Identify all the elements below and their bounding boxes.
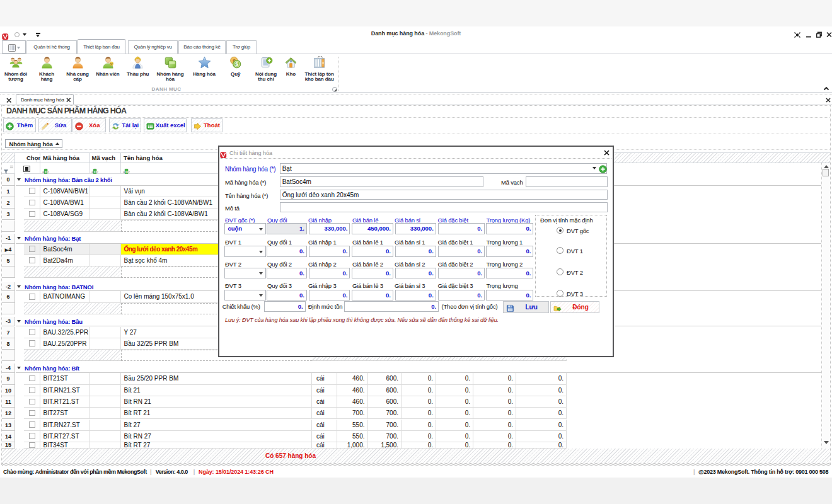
svg-text:$: $: [235, 60, 238, 67]
svg-text:c: c: [128, 169, 130, 173]
svg-text:c: c: [96, 169, 98, 173]
svg-text:c: c: [47, 169, 49, 173]
